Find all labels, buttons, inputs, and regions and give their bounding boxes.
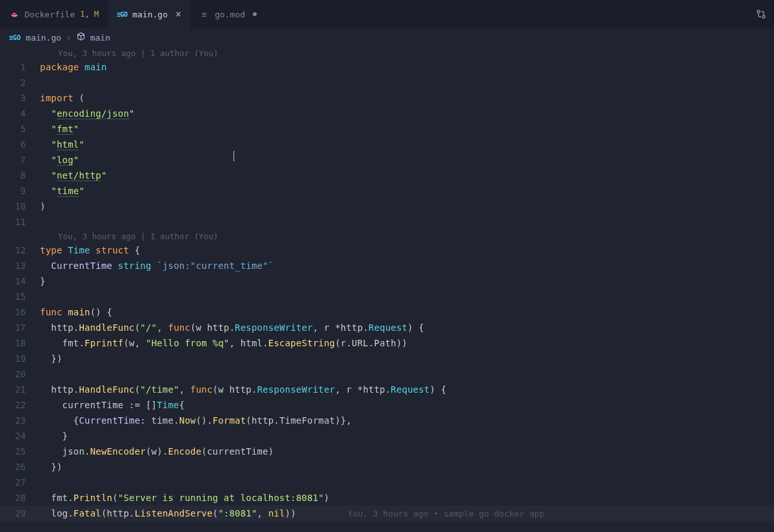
code-line[interactable]: 12type Time struct {: [0, 242, 774, 258]
code-line[interactable]: 20: [0, 366, 774, 382]
code-line[interactable]: 13 CurrentTime string `json:"current_tim…: [0, 258, 774, 273]
svg-point-1: [762, 15, 765, 18]
text-cursor-icon: [233, 151, 234, 161]
code-line[interactable]: 29 log.Fatal(http.ListenAndServe(":8081"…: [0, 506, 774, 521]
line-number: 5: [0, 124, 40, 134]
line-number: 10: [0, 201, 40, 212]
tab-label: go.mod: [215, 10, 245, 19]
close-icon[interactable]: ×: [175, 8, 181, 20]
code-line[interactable]: 3import (: [0, 90, 774, 106]
code-content: type Time struct {: [40, 245, 140, 255]
line-number: 24: [0, 431, 40, 441]
tab-go-mod[interactable]: ≡go.mod: [190, 0, 266, 28]
code-content: ): [40, 201, 46, 212]
code-line[interactable]: 17 http.HandleFunc("/", func(w http.Resp…: [0, 320, 774, 335]
code-line[interactable]: 19 }): [0, 351, 774, 366]
codelens-blame[interactable]: You, 3 hours ago | 1 author (You): [0, 46, 774, 59]
line-number: 11: [0, 217, 40, 227]
code-line[interactable]: 21 http.HandleFunc("/time", func(w http.…: [0, 382, 774, 397]
line-number: 6: [0, 139, 40, 150]
code-content: currentTime := []Time{: [40, 400, 184, 410]
line-number: 3: [0, 93, 40, 103]
line-number: 26: [0, 462, 40, 472]
code-line[interactable]: 11: [0, 214, 774, 230]
code-content: }): [40, 353, 63, 364]
code-line[interactable]: 27: [0, 475, 774, 490]
code-content: import (: [40, 93, 84, 103]
code-content: }): [40, 462, 63, 472]
line-number: 14: [0, 276, 40, 286]
chevron-right-icon: ›: [66, 33, 72, 43]
line-number: 28: [0, 493, 40, 503]
git-compare-icon[interactable]: [756, 0, 766, 28]
code-content: log.Fatal(http.ListenAndServe(":8081", n…: [40, 508, 296, 518]
code-line[interactable]: 9 "time": [0, 183, 774, 199]
tab-bar: Dockerfile1, M≡GOmain.go×≡go.mod: [0, 0, 774, 28]
breadcrumb-file: main.go: [26, 33, 61, 43]
line-number: 7: [0, 155, 40, 165]
line-number: 12: [0, 245, 40, 255]
code-line[interactable]: 6 "html": [0, 137, 774, 152]
package-icon: [77, 32, 85, 43]
codelens-blame[interactable]: You, 3 hours ago | 1 author (You): [0, 230, 774, 242]
line-number: 18: [0, 338, 40, 348]
code-line[interactable]: 4 "encoding/json": [0, 106, 774, 121]
code-content: http.HandleFunc("/time", func(w http.Res…: [40, 384, 446, 395]
go-file-icon: ≡GO: [117, 9, 127, 19]
code-line[interactable]: 28 fmt.Println("Server is running at loc…: [0, 490, 774, 506]
line-number: 17: [0, 322, 40, 333]
code-content: json.NewEncoder(w).Encode(currentTime): [40, 446, 274, 457]
code-line[interactable]: 25 json.NewEncoder(w).Encode(currentTime…: [0, 444, 774, 459]
code-content: {CurrentTime: time.Now().Format(http.Tim…: [40, 415, 352, 426]
code-line[interactable]: 14}: [0, 273, 774, 289]
code-line[interactable]: 5 "fmt": [0, 121, 774, 137]
dirty-dot-icon: [253, 12, 257, 16]
go-file-icon: ≡GO: [9, 34, 21, 41]
code-line[interactable]: 7 "log": [0, 152, 774, 168]
code-editor[interactable]: You, 3 hours ago | 1 author (You)1packag…: [0, 46, 774, 521]
line-number: 8: [0, 170, 40, 181]
inline-blame: You, 3 hours ago • sample go docker app: [348, 509, 544, 518]
code-content: "time": [40, 186, 84, 196]
code-line[interactable]: 23 {CurrentTime: time.Now().Format(http.…: [0, 413, 774, 428]
line-number: 19: [0, 353, 40, 364]
line-number: 20: [0, 369, 40, 379]
code-content: package main: [40, 62, 107, 72]
breadcrumb-symbol: main: [90, 33, 110, 43]
code-content: CurrentTime string `json:"current_time"`: [40, 261, 273, 271]
code-line[interactable]: 16func main() {: [0, 304, 774, 320]
tab-main-go[interactable]: ≡GOmain.go×: [108, 0, 190, 28]
line-number: 29: [0, 508, 40, 518]
code-line[interactable]: 24 }: [0, 428, 774, 444]
code-content: "encoding/json": [40, 108, 135, 119]
code-line[interactable]: 22 currentTime := []Time{: [0, 397, 774, 413]
line-number: 21: [0, 384, 40, 395]
line-number: 2: [0, 77, 40, 88]
code-content: }: [40, 276, 46, 286]
code-content: "net/http": [40, 170, 107, 181]
code-line[interactable]: 8 "net/http": [0, 168, 774, 183]
line-number: 9: [0, 186, 40, 196]
code-line[interactable]: 18 fmt.Fprintf(w, "Hello from %q", html.…: [0, 335, 774, 351]
code-line[interactable]: 2: [0, 75, 774, 90]
tab-Dockerfile[interactable]: Dockerfile1, M: [0, 0, 108, 28]
code-content: fmt.Println("Server is running at localh…: [40, 493, 330, 503]
code-content: "fmt": [40, 124, 79, 134]
code-line[interactable]: 10): [0, 199, 774, 214]
line-number: 4: [0, 108, 40, 119]
code-content: http.HandleFunc("/", func(w http.Respons…: [40, 322, 424, 333]
mod-file-icon: ≡: [199, 9, 210, 19]
line-number: 27: [0, 477, 40, 488]
tab-modified-badge: 1, M: [80, 10, 99, 19]
code-line[interactable]: 26 }): [0, 459, 774, 475]
code-content: "html": [40, 139, 84, 150]
tab-label: main.go: [132, 10, 168, 19]
code-line[interactable]: 1package main: [0, 59, 774, 75]
line-number: 25: [0, 446, 40, 457]
code-line[interactable]: 15: [0, 289, 774, 304]
line-number: 22: [0, 400, 40, 410]
breadcrumb[interactable]: ≡GO main.go › main: [0, 28, 774, 46]
code-content: func main() {: [40, 307, 112, 317]
line-number: 1: [0, 62, 40, 72]
line-number: 23: [0, 415, 40, 426]
